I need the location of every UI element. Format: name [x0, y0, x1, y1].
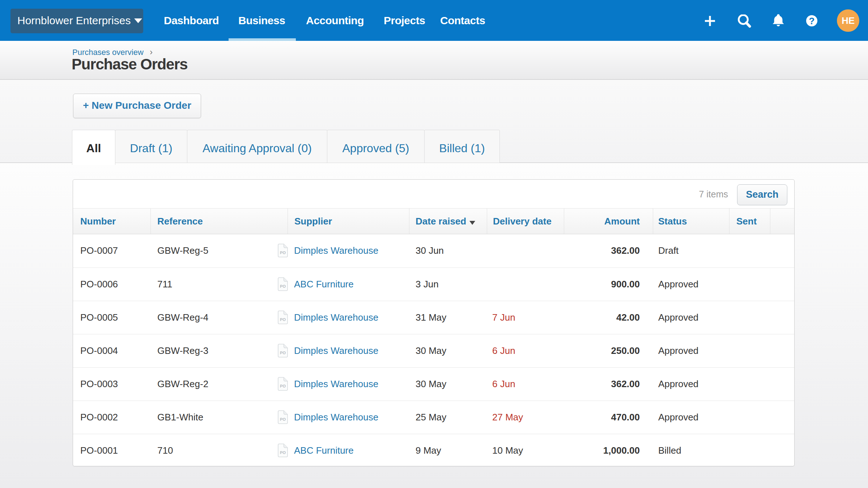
svg-text:PO: PO — [280, 251, 286, 255]
svg-text:PO: PO — [280, 450, 286, 455]
svg-text:PO: PO — [280, 284, 286, 288]
svg-text:PO: PO — [280, 351, 286, 355]
svg-text:PO: PO — [280, 384, 286, 388]
svg-text:PO: PO — [280, 317, 286, 322]
svg-text:PO: PO — [280, 417, 286, 421]
